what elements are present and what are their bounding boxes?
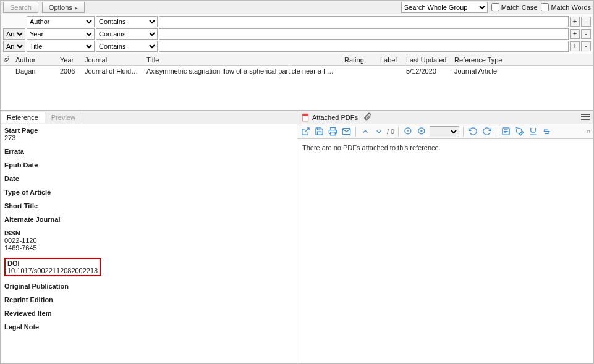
- underline-icon[interactable]: [527, 126, 538, 137]
- options-button[interactable]: Options: [42, 2, 85, 13]
- reference-field[interactable]: Reviewed Item: [4, 310, 293, 317]
- field-label: DOI: [7, 260, 98, 267]
- save-icon[interactable]: [313, 126, 325, 137]
- search-button[interactable]: Search: [3, 2, 38, 13]
- value-input[interactable]: [159, 28, 569, 40]
- bool-op-select[interactable]: And: [3, 28, 25, 40]
- field-value: 10.1017/s0022112082002213: [7, 267, 98, 274]
- email-icon[interactable]: [341, 126, 352, 137]
- condition-select[interactable]: Contains: [96, 16, 158, 27]
- search-row: And Title Contains + -: [1, 40, 593, 53]
- results-header: Author Year Journal Title Rating Label L…: [1, 54, 593, 66]
- remove-row-button[interactable]: -: [581, 17, 591, 27]
- col-header-label[interactable]: Label: [376, 56, 402, 64]
- reference-field[interactable]: ISSN0022-11201469-7645: [4, 229, 293, 252]
- col-header-author[interactable]: Author: [12, 56, 56, 64]
- field-label: Short Title: [4, 202, 293, 210]
- open-external-icon[interactable]: [300, 126, 311, 137]
- col-header-reftype[interactable]: Reference Type: [451, 56, 512, 64]
- condition-select[interactable]: Contains: [96, 28, 158, 40]
- pdf-icon: [301, 113, 310, 122]
- reference-field[interactable]: Reprint Edition: [4, 296, 293, 303]
- pdf-pane-header: Attached PDFs: [297, 111, 593, 124]
- field-label: Original Publication: [4, 282, 293, 290]
- field-select[interactable]: Author: [27, 16, 95, 27]
- remove-row-button[interactable]: -: [581, 41, 591, 51]
- reference-field[interactable]: Epub Date: [4, 161, 293, 169]
- reference-field[interactable]: Type of Article: [4, 188, 293, 196]
- zoom-out-icon[interactable]: [402, 126, 414, 137]
- chevron-right-icon[interactable]: »: [587, 127, 591, 136]
- highlight-icon[interactable]: [514, 126, 525, 137]
- tab-reference[interactable]: Reference: [1, 112, 45, 123]
- field-label: Epub Date: [4, 161, 293, 169]
- reference-fields-scroll[interactable]: Start Page273ErrataEpub DateDateType of …: [1, 124, 297, 363]
- field-select[interactable]: Title: [27, 41, 95, 52]
- zoom-in-icon[interactable]: [416, 126, 427, 137]
- reference-field[interactable]: Original Publication: [4, 282, 293, 290]
- zoom-select[interactable]: [430, 126, 459, 137]
- paperclip-icon[interactable]: [363, 112, 371, 122]
- scope-select[interactable]: Search Whole Group: [401, 2, 488, 13]
- next-page-icon[interactable]: [373, 126, 384, 137]
- reference-field[interactable]: Start Page273: [4, 127, 293, 142]
- add-row-button[interactable]: +: [570, 41, 580, 51]
- col-header-journal[interactable]: Journal: [81, 56, 143, 64]
- reference-field[interactable]: Legal Note: [4, 323, 293, 331]
- field-label: Reprint Edition: [4, 296, 293, 303]
- value-input[interactable]: [159, 16, 569, 27]
- col-header-title[interactable]: Title: [143, 56, 341, 64]
- value-input[interactable]: [159, 41, 569, 52]
- pdf-pane: Attached PDFs / 0: [297, 111, 593, 363]
- search-rows: Author Contains + - And Year Contains + …: [1, 14, 593, 54]
- rotate-left-icon[interactable]: [467, 126, 478, 137]
- pane-menu-icon[interactable]: [581, 114, 590, 121]
- svg-rect-1: [581, 114, 590, 115]
- bool-op-select[interactable]: And: [3, 41, 25, 52]
- svg-rect-3: [581, 119, 590, 120]
- reference-field[interactable]: Alternate Journal: [4, 216, 293, 223]
- field-label: Alternate Journal: [4, 216, 293, 223]
- remove-row-button[interactable]: -: [581, 29, 591, 39]
- page-indicator: / 0: [387, 128, 394, 135]
- tab-preview[interactable]: Preview: [45, 112, 82, 123]
- svg-rect-4: [330, 132, 335, 135]
- top-toolbar: Search Options Search Whole Group Match …: [1, 1, 593, 14]
- print-icon[interactable]: [327, 126, 338, 137]
- field-label: Type of Article: [4, 188, 293, 196]
- table-row[interactable]: Dagan 2006 Journal of Fluid Mechan... Ax…: [1, 66, 593, 77]
- pdf-toolbar: / 0 »: [297, 124, 593, 139]
- add-row-button[interactable]: +: [570, 17, 580, 27]
- match-case-checkbox[interactable]: Match Case: [491, 3, 538, 11]
- match-words-checkbox[interactable]: Match Words: [541, 3, 591, 11]
- reference-pane: Reference Preview Start Page273ErrataEpu…: [1, 111, 297, 363]
- search-row: Author Contains + -: [1, 15, 593, 28]
- field-label: Start Page: [4, 127, 293, 134]
- col-header-rating[interactable]: Rating: [341, 56, 376, 64]
- reference-field[interactable]: Errata: [4, 148, 293, 155]
- strikethrough-icon[interactable]: [541, 126, 552, 137]
- svg-rect-2: [581, 116, 590, 117]
- prev-page-icon[interactable]: [360, 126, 371, 137]
- results-list: Author Year Journal Title Rating Label L…: [1, 54, 593, 111]
- reference-field[interactable]: Date: [4, 175, 293, 182]
- col-header-updated[interactable]: Last Updated: [402, 56, 451, 64]
- note-icon[interactable]: [500, 126, 511, 137]
- pdf-body-text: There are no PDFs attached to this refer…: [297, 139, 593, 156]
- field-select[interactable]: Year: [27, 28, 95, 40]
- field-value: 0022-1120: [4, 237, 293, 244]
- reference-field[interactable]: DOI10.1017/s0022112082002213: [4, 258, 293, 276]
- search-row: And Year Contains + -: [1, 28, 593, 40]
- col-header-year[interactable]: Year: [56, 56, 81, 64]
- reference-field[interactable]: Short Title: [4, 202, 293, 210]
- pdf-pane-title: Attached PDFs: [312, 114, 358, 121]
- field-label: ISSN: [4, 229, 293, 237]
- left-tabbar: Reference Preview: [1, 111, 297, 124]
- add-row-button[interactable]: +: [570, 29, 580, 39]
- field-label: Date: [4, 175, 293, 182]
- rotate-right-icon[interactable]: [481, 126, 492, 137]
- field-value: 1469-7645: [4, 244, 293, 252]
- condition-select[interactable]: Contains: [96, 41, 158, 52]
- field-value: 273: [4, 134, 293, 142]
- field-label: Legal Note: [4, 323, 293, 331]
